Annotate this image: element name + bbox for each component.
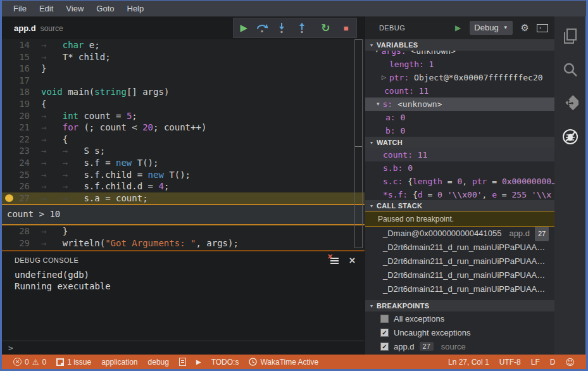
- variable-row[interactable]: length: 1: [365, 58, 554, 71]
- variable-row[interactable]: ▷ptr: Object@*0x00007fffffffec20: [365, 71, 554, 84]
- gear-icon[interactable]: ⚙: [521, 22, 529, 34]
- stack-frame[interactable]: _D2rt6dmain211_d_run_mainUiPPaPUAA…: [365, 255, 554, 268]
- breakpoint-item[interactable]: ✓Uncaught exceptions: [365, 325, 554, 339]
- explorer-icon[interactable]: [562, 28, 579, 44]
- close-icon[interactable]: ✕: [349, 256, 356, 265]
- restart-icon[interactable]: ↻: [318, 22, 333, 34]
- code-line[interactable]: 21→ for (; count < 20; count++): [2, 122, 365, 134]
- code-line[interactable]: 18void main(string[] args): [2, 86, 365, 98]
- line-number-gutter[interactable]: 25: [2, 169, 41, 181]
- line-number-gutter[interactable]: 19: [2, 98, 41, 110]
- line-number-gutter[interactable]: 17: [2, 75, 41, 87]
- task-debug[interactable]: debug: [143, 358, 174, 367]
- step-out-icon[interactable]: [297, 23, 313, 34]
- code-line[interactable]: 15→ T* child;: [2, 51, 365, 63]
- start-icon[interactable]: ▶: [455, 23, 461, 32]
- code-line[interactable]: 28→ }: [2, 225, 365, 237]
- stack-frame[interactable]: _Dmain@0x0000000000441055app.d27: [365, 227, 554, 241]
- line-number-gutter[interactable]: 14: [2, 39, 41, 51]
- document-icon-button[interactable]: [174, 358, 191, 366]
- variable-row[interactable]: ▾args: <unknown>: [365, 51, 554, 58]
- todos-status[interactable]: TODO:s: [206, 358, 244, 367]
- line-number-gutter[interactable]: 16: [2, 63, 41, 75]
- encoding-indicator[interactable]: UTF-8: [494, 358, 526, 367]
- code-line[interactable]: 17: [2, 75, 365, 87]
- code-line[interactable]: 19{: [2, 98, 365, 110]
- breakpoints-header[interactable]: ▾ BREAKPOINTS: [365, 300, 554, 311]
- eol-indicator[interactable]: LF: [526, 358, 545, 367]
- launch-config-dropdown[interactable]: Debug ▼: [470, 21, 512, 35]
- code-line[interactable]: 25→ → s.f.child = new T();: [2, 169, 365, 181]
- breakpoint-item[interactable]: ✓app.d27source: [365, 339, 554, 353]
- variable-row[interactable]: s.b: 0: [365, 161, 554, 175]
- line-number-gutter[interactable]: 20: [2, 110, 41, 122]
- code-line[interactable]: 20→ int count = 5;: [2, 110, 365, 122]
- variable-row[interactable]: count: 11: [365, 148, 554, 161]
- breakpoint-item[interactable]: All exceptions: [365, 311, 554, 325]
- wakatime-status[interactable]: WakaTime Active: [244, 358, 323, 367]
- menu-view[interactable]: View: [59, 4, 90, 13]
- debug-icon[interactable]: [562, 129, 579, 145]
- error-count[interactable]: ✕ 0 ⚠ 0: [8, 358, 51, 367]
- line-number-gutter[interactable]: 24: [2, 157, 41, 169]
- breakpoint-checkbox[interactable]: [380, 315, 389, 323]
- call-stack-header[interactable]: ▾ CALL STACK: [365, 200, 554, 211]
- menu-help[interactable]: Help: [121, 4, 151, 13]
- search-icon[interactable]: [562, 61, 579, 78]
- code-line[interactable]: 24→ → s.f = new T();: [2, 157, 365, 169]
- step-over-icon[interactable]: [256, 23, 272, 33]
- menu-file[interactable]: File: [7, 4, 33, 13]
- breakpoint-checkbox[interactable]: ✓: [380, 343, 389, 351]
- stack-frame[interactable]: _D2rt6dmain211_d_run_mainUiPPaPUAA…: [365, 268, 554, 282]
- line-number-gutter[interactable]: 18: [2, 86, 41, 98]
- feedback-smiley-icon[interactable]: ☺: [560, 357, 580, 367]
- code-line[interactable]: 23→ → S s;: [2, 145, 365, 157]
- watch-header[interactable]: ▾ WATCH: [365, 137, 554, 148]
- variable-row[interactable]: b: 0: [365, 124, 554, 137]
- breakpoint-dot[interactable]: [5, 194, 13, 202]
- code-line[interactable]: 16}: [2, 63, 365, 75]
- code-line[interactable]: 14→ char e;: [2, 39, 365, 51]
- editor-scrollbar[interactable]: [354, 39, 363, 248]
- continue-icon[interactable]: ▶: [236, 22, 251, 34]
- variable-row[interactable]: count: 11: [365, 84, 554, 97]
- breakpoint-checkbox[interactable]: ✓: [380, 329, 389, 337]
- twisty-open-icon[interactable]: ▾: [377, 97, 380, 111]
- twisty-closed-icon[interactable]: ▷: [382, 71, 386, 84]
- stack-frame[interactable]: _D2rt6dmain211_d_run_mainUiPPaPUAA…: [365, 282, 554, 296]
- line-number-gutter[interactable]: 28: [2, 225, 41, 237]
- line-number-gutter[interactable]: 15: [2, 51, 41, 63]
- language-indicator[interactable]: D: [545, 358, 561, 367]
- line-number-gutter[interactable]: 27: [2, 192, 41, 204]
- step-into-icon[interactable]: [277, 23, 292, 34]
- line-number-gutter[interactable]: 29: [2, 237, 41, 249]
- stack-frame[interactable]: _D2rt6dmain211_d_run_mainUiPPaPUAA…: [365, 241, 554, 255]
- variable-row[interactable]: *s.f: {d = 0 '\\x00', e = 255 '\\x: [365, 188, 554, 200]
- tab-app-d[interactable]: app.d source: [2, 23, 63, 33]
- code-line[interactable]: 29→ writeln("Got Arguments: ", args);: [2, 237, 365, 249]
- code-editor[interactable]: 14→ char e;15→ T* child;16}1718void main…: [2, 39, 365, 250]
- twisty-open-icon[interactable]: ▾: [375, 51, 378, 58]
- variable-row[interactable]: a: 0: [365, 111, 554, 124]
- line-number-gutter[interactable]: 26: [2, 180, 41, 192]
- run-task-icon[interactable]: ▶: [191, 358, 206, 365]
- console-input[interactable]: >: [2, 341, 365, 355]
- menu-edit[interactable]: Edit: [33, 4, 59, 13]
- variable-row[interactable]: ▾s: <unknown>: [365, 97, 554, 111]
- line-number-gutter[interactable]: 21: [2, 122, 41, 134]
- variable-row[interactable]: s.c: {length = 0, ptr = 0x00000000…: [365, 175, 554, 188]
- code-line[interactable]: 27→ → s.a = count;: [2, 192, 365, 204]
- breakpoint-condition-widget[interactable]: count > 10: [2, 204, 365, 225]
- task-application[interactable]: application: [96, 358, 142, 367]
- git-icon[interactable]: [562, 95, 579, 111]
- line-number-gutter[interactable]: 23: [2, 145, 41, 157]
- cursor-position[interactable]: Ln 27, Col 1: [443, 358, 494, 367]
- code-line[interactable]: 22→ {: [2, 134, 365, 146]
- code-line[interactable]: 26→ → s.f.child.d = 4;: [2, 180, 365, 192]
- variables-header[interactable]: ▾ VARIABLES: [365, 39, 554, 51]
- clear-console-icon[interactable]: ✕: [328, 256, 339, 265]
- line-number-gutter[interactable]: 22: [2, 134, 41, 146]
- menu-goto[interactable]: Goto: [90, 4, 120, 13]
- stop-icon[interactable]: ■: [339, 23, 354, 33]
- open-console-icon[interactable]: ›: [537, 24, 548, 32]
